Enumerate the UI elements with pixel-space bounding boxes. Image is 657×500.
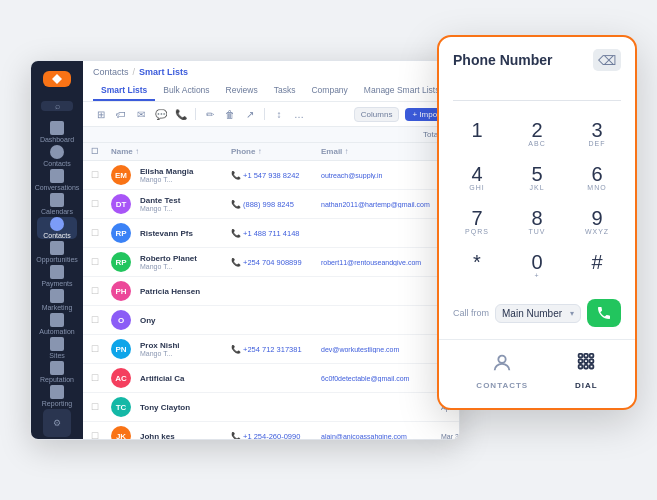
tab-company[interactable]: Company (303, 81, 355, 101)
key-main: 5 (531, 164, 542, 184)
table-row[interactable]: ☐ PN Prox Nishi Mango T... 📞 +254 712 31… (83, 335, 459, 364)
sidebar-item-conversations[interactable]: Conversations (37, 169, 77, 191)
call-button[interactable] (587, 299, 621, 327)
tab-manage-smart-lists[interactable]: Manage Smart Lists (356, 81, 448, 101)
email-cell: robert11@rentouseandgive.com (321, 259, 441, 266)
row-checkbox[interactable]: ☐ (91, 402, 111, 412)
table-row[interactable]: ☐ RP Roberto Planet Mango T... 📞 +254 70… (83, 248, 459, 277)
dialer-key-8[interactable]: 8 TUV (507, 201, 567, 245)
dialer-key-3[interactable]: 3 DEF (567, 113, 627, 157)
backspace-button[interactable]: ⌫ (593, 49, 621, 71)
svg-rect-3 (590, 354, 594, 358)
contact-name: Prox Nishi (140, 341, 180, 350)
dialer-key-7[interactable]: 7 PQRS (447, 201, 507, 245)
row-checkbox[interactable]: ☐ (91, 431, 111, 439)
row-checkbox[interactable]: ☐ (91, 286, 111, 296)
call-from-select[interactable]: Main Number ▾ (495, 304, 581, 323)
contact-info: John kes (136, 432, 175, 440)
row-checkbox[interactable]: ☐ (91, 373, 111, 383)
table-row[interactable]: ☐ JK John kes 📞 +1 254-260-0990 alain@an… (83, 422, 459, 439)
key-sub: JKL (529, 184, 544, 194)
export-icon[interactable]: ↗ (242, 106, 258, 122)
phone-icon: 📞 (231, 345, 241, 354)
tab-reviews[interactable]: Reviews (218, 81, 266, 101)
sidebar-item-calendars[interactable]: Calendars (37, 193, 77, 215)
tab-smart-lists[interactable]: Smart Lists (93, 81, 155, 101)
dialer-key-#[interactable]: # (567, 245, 627, 289)
row-checkbox[interactable]: ☐ (91, 199, 111, 209)
table-row[interactable]: ☐ TC Tony Clayton Apr 30 2023 2 weeks ag… (83, 393, 459, 422)
sidebar-item-dashboard[interactable]: Dashboard (37, 121, 77, 143)
contact-cell: RP Roberto Planet Mango T... (111, 252, 231, 272)
row-checkbox[interactable]: ☐ (91, 257, 111, 267)
dialer-key-0[interactable]: 0 + (507, 245, 567, 289)
tag-icon[interactable]: 🏷 (113, 106, 129, 122)
row-checkbox[interactable]: ☐ (91, 344, 111, 354)
phone-cell: 📞 +1 547 938 8242 (231, 171, 321, 180)
row-checkbox[interactable]: ☐ (91, 170, 111, 180)
key-main: 8 (531, 208, 542, 228)
sidebar-item-contacts-active[interactable]: Contacts (37, 217, 77, 239)
sidebar-item-contacts[interactable]: Contacts (37, 145, 77, 167)
filter-icon[interactable]: ⊞ (93, 106, 109, 122)
phone-value: +254 704 908899 (243, 258, 302, 267)
delete-icon[interactable]: 🗑 (222, 106, 238, 122)
table-row[interactable]: ☐ RP Ristevann Pfs 📞 +1 488 711 4148 May… (83, 219, 459, 248)
contact-cell: RP Ristevann Pfs (111, 223, 231, 243)
mail-icon[interactable]: ✉ (133, 106, 149, 122)
sidebar-item-marketing[interactable]: Marketing (37, 289, 77, 311)
contact-info: Patricia Hensen (136, 287, 200, 296)
tab-bulk-actions[interactable]: Bulk Actions (155, 81, 217, 101)
dialer-key-9[interactable]: 9 WXYZ (567, 201, 627, 245)
dial-tab[interactable]: DIAL (561, 348, 612, 394)
dialer-number-display[interactable] (453, 81, 621, 101)
dialer-header: Phone Number ⌫ (439, 37, 635, 79)
key-sub: + (534, 272, 539, 282)
key-sub: PQRS (465, 228, 489, 238)
settings-button[interactable]: ⚙ (43, 409, 71, 437)
app-logo[interactable] (43, 71, 71, 87)
dialer-key-2[interactable]: 2 ABC (507, 113, 567, 157)
row-checkbox[interactable]: ☐ (91, 315, 111, 325)
tab-tasks[interactable]: Tasks (266, 81, 304, 101)
sidebar-search[interactable]: ⌕ (41, 101, 73, 111)
sidebar-item-payments[interactable]: Payments (37, 265, 77, 287)
col-name[interactable]: Name ↑ (111, 147, 231, 156)
toolbar-right: Columns + Import (354, 107, 449, 122)
phone-icon: 📞 (231, 200, 241, 209)
table-row[interactable]: ☐ PH Patricia Hensen May 13 2023 5 days … (83, 277, 459, 306)
dialer-key-4[interactable]: 4 GHI (447, 157, 507, 201)
table-row[interactable]: ☐ O Ony May 13 2023 5 days ago (83, 306, 459, 335)
table-row[interactable]: ☐ EM Elisha Mangia Mango T... 📞 +1 547 9… (83, 161, 459, 190)
columns-button[interactable]: Columns (354, 107, 400, 122)
automation-icon (50, 313, 64, 327)
sidebar-item-reputation[interactable]: Reputation (37, 361, 77, 383)
phone-toolbar-icon[interactable]: 📞 (173, 106, 189, 122)
col-phone[interactable]: Phone ↑ (231, 147, 321, 156)
sidebar-item-opportunities[interactable]: Opportunities (37, 241, 77, 263)
sidebar-item-reporting[interactable]: Reporting (37, 385, 77, 407)
contacts-table[interactable]: Total 56 ☐ Name ↑ Phone ↑ Email ↑ Create… (83, 127, 459, 439)
contact-info: Roberto Planet Mango T... (136, 254, 197, 270)
table-row[interactable]: ☐ AC Artificial Ca 6c0f0detectable@gmail… (83, 364, 459, 393)
contact-name: John kes (140, 432, 175, 440)
row-checkbox[interactable]: ☐ (91, 228, 111, 238)
contact-info: Ristevann Pfs (136, 229, 193, 238)
sidebar-label: Reputation (40, 376, 74, 383)
sidebar-item-sites[interactable]: Sites (37, 337, 77, 359)
avatar: O (111, 310, 131, 330)
contacts-tab[interactable]: CONTACTS (462, 348, 542, 394)
key-main: 2 (531, 120, 542, 140)
table-row[interactable]: ☐ DT Dante Test Mango T... 📞 (888) 998 8… (83, 190, 459, 219)
dialer-key-5[interactable]: 5 JKL (507, 157, 567, 201)
breadcrumb-smart-lists: Smart Lists (139, 67, 188, 77)
dialer-key-*[interactable]: * (447, 245, 507, 289)
sort-icon[interactable]: ↕ (271, 106, 287, 122)
edit-icon[interactable]: ✏ (202, 106, 218, 122)
dialer-key-1[interactable]: 1 (447, 113, 507, 157)
col-email[interactable]: Email ↑ (321, 147, 441, 156)
sms-icon[interactable]: 💬 (153, 106, 169, 122)
sidebar-item-automation[interactable]: Automation (37, 313, 77, 335)
dialer-key-6[interactable]: 6 MNO (567, 157, 627, 201)
more-icon[interactable]: … (291, 106, 307, 122)
